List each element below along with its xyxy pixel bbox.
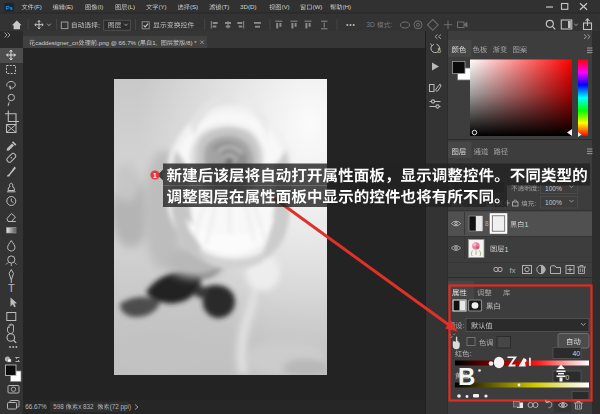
svg-text::: : — [537, 185, 539, 192]
svg-text:1: 1 — [504, 245, 508, 254]
svg-text:1: 1 — [524, 220, 528, 229]
svg-text:x 832: x 832 — [78, 403, 94, 410]
svg-text:40: 40 — [573, 350, 581, 357]
svg-text:fx: fx — [510, 266, 516, 275]
svg-text:100%: 100% — [545, 185, 562, 192]
svg-text::: : — [469, 349, 471, 358]
svg-text:/8) *: /8) * — [185, 39, 197, 46]
svg-text:(W): (W) — [312, 3, 322, 10]
svg-text:0: 0 — [566, 374, 570, 381]
svg-text:(L): (L) — [127, 3, 135, 10]
svg-text:1: 1 — [153, 172, 157, 179]
svg-text:Ps: Ps — [6, 5, 13, 11]
svg-text:1,: 1, — [152, 39, 157, 46]
svg-text:B: B — [458, 363, 475, 390]
svg-text:(T): (T) — [221, 3, 229, 10]
svg-text:(Y): (Y) — [158, 3, 166, 10]
svg-text::: : — [534, 200, 536, 207]
svg-text:(F): (F) — [34, 3, 42, 10]
svg-text:100%: 100% — [545, 199, 562, 206]
svg-text:(E): (E) — [65, 3, 73, 10]
svg-text:66.67%: 66.67% — [25, 403, 47, 410]
svg-text:598: 598 — [53, 403, 64, 410]
svg-text:5: 5 — [438, 47, 442, 54]
svg-text:.png @ 66.7% (: .png @ 66.7% ( — [97, 39, 141, 46]
svg-text::: : — [462, 321, 464, 330]
svg-text::: : — [390, 21, 392, 28]
svg-text:3D(D): 3D(D) — [240, 3, 257, 10]
svg-text:(I): (I) — [97, 3, 103, 10]
svg-text::: : — [98, 22, 100, 29]
svg-text:(72 ppi): (72 ppi) — [110, 403, 131, 411]
svg-text:T: T — [8, 282, 15, 294]
svg-text:8: 8 — [485, 220, 489, 227]
svg-text:(H): (H) — [342, 3, 351, 10]
svg-text:(V): (V) — [281, 3, 289, 10]
svg-text:(S): (S) — [190, 3, 198, 10]
svg-text:caddesigner_cn: caddesigner_cn — [35, 39, 79, 46]
svg-text:3D: 3D — [366, 21, 375, 28]
